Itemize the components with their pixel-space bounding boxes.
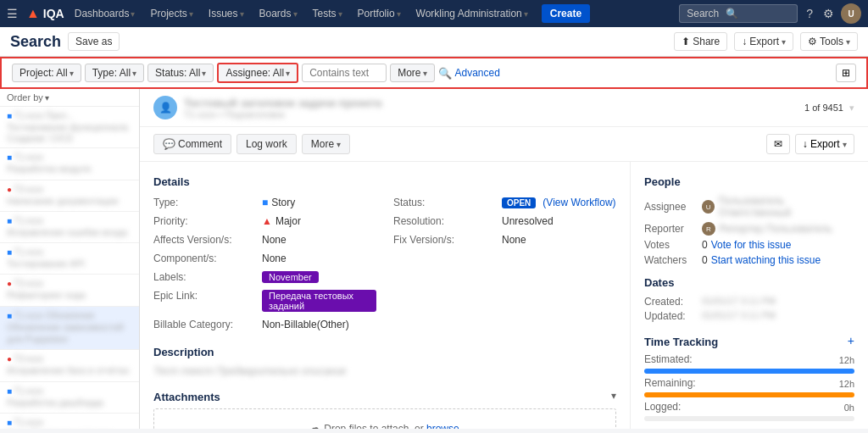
nav-boards[interactable]: Boards ▾: [254, 0, 303, 27]
created-row: Created: 01/01/17 3:11 PM: [644, 296, 854, 308]
issue-subtitle: T1-xxxx • Подзаголовок: [184, 109, 798, 119]
list-item[interactable]: ■ T1-xxxx Тестирование API: [0, 243, 139, 275]
order-by-bar[interactable]: Order by ▾: [0, 89, 139, 107]
list-item[interactable]: ■ T1-xxxx Разработка модуля: [0, 148, 139, 180]
drop-files-text: Drop files to attach, or: [324, 423, 423, 429]
watch-link[interactable]: Start watching this issue: [711, 254, 821, 266]
resolution-label: Resolution:: [393, 214, 495, 229]
people-section: People Assignee U Пользователь Ответстве…: [644, 175, 854, 266]
issue-title-block: Тестовый заголовок задачи проекта T1-xxx…: [184, 97, 798, 119]
list-item[interactable]: ■ T1-xxxx Исправление ошибки входа: [0, 212, 139, 243]
vote-link[interactable]: Vote for this issue: [711, 239, 792, 251]
list-item[interactable]: ● T3-xxxx Рефакторинг кода: [0, 275, 139, 306]
share-icon: ⬆: [682, 36, 690, 47]
affects-value: None: [262, 232, 376, 247]
nav-dashboards[interactable]: Dashboards ▾: [70, 0, 141, 27]
help-button[interactable]: ?: [803, 7, 816, 20]
save-as-button[interactable]: Save as: [68, 32, 120, 51]
browse-link[interactable]: browse.: [426, 423, 462, 429]
drop-zone[interactable]: ☁ Drop files to attach, or browse.: [153, 408, 616, 429]
reporter-value: R Репортер Пользователь: [702, 222, 832, 236]
nav-workling[interactable]: Workling Administration ▾: [411, 0, 533, 27]
user-avatar[interactable]: U: [841, 3, 861, 24]
remaining-progress-bar: [644, 392, 854, 397]
components-value: None: [262, 251, 376, 266]
count-arrow[interactable]: ▾: [849, 103, 854, 113]
view-toggle-button[interactable]: ⊞: [836, 64, 856, 82]
export-label: Export: [749, 36, 779, 47]
time-tracking-title: Time Tracking: [644, 336, 718, 348]
project-filter[interactable]: Project: All ▾: [12, 64, 81, 82]
status-filter[interactable]: Status: All ▾: [147, 64, 214, 82]
reporter-label: Reporter: [644, 223, 695, 235]
issue-summary: Разработка модуля: [7, 163, 132, 175]
list-item[interactable]: ● T3-xxxx Написание документации: [0, 180, 139, 212]
description-title: Description: [153, 346, 616, 358]
resolution-value: Unresolved: [502, 214, 616, 229]
more-button[interactable]: More ▾: [302, 134, 350, 154]
story-icon: ■: [7, 247, 12, 257]
more-filter[interactable]: More ▾: [390, 64, 434, 82]
log-work-label: Log work: [246, 138, 287, 150]
issue-count: 1 of 9451 ▾: [804, 103, 854, 114]
filter-search-icon[interactable]: 🔍: [438, 67, 452, 80]
export-button[interactable]: ↓ Export ▾: [734, 32, 793, 51]
contains-text-input[interactable]: [302, 64, 387, 82]
tools-button[interactable]: ⚙ Tools ▾: [800, 32, 858, 51]
issue-key: ■ T1-xxxx Прил...: [7, 111, 132, 120]
add-time-button[interactable]: +: [848, 334, 854, 347]
logged-label: Logged:: [644, 401, 681, 413]
view-workflow-link[interactable]: (View Workflow): [542, 197, 615, 208]
dates-title: Dates: [644, 276, 854, 289]
nav-issues[interactable]: Issues ▾: [203, 0, 249, 27]
detail-main: Details Type: ■ Story Priority:: [140, 162, 631, 429]
reporter-avatar: R: [702, 222, 715, 236]
more-chevron: ▾: [337, 140, 341, 149]
nav-tests[interactable]: Tests ▾: [308, 0, 348, 27]
settings-button[interactable]: ⚙: [820, 7, 837, 20]
type-filter[interactable]: Type: All ▾: [85, 64, 144, 82]
created-value: 01/01/17 3:11 PM: [702, 296, 776, 308]
updated-label: Updated:: [644, 310, 695, 322]
issue-summary: Обновление зависимостей для Puppeteer: [7, 321, 132, 346]
epic-badge[interactable]: Передача тестовых заданий: [262, 290, 376, 312]
attachments-toggle[interactable]: ▾: [611, 390, 616, 402]
cloud-upload-icon: ☁: [308, 420, 321, 429]
bug-icon: ●: [7, 185, 12, 194]
dates-section: Dates Created: 01/01/17 3:11 PM Updated:…: [644, 276, 854, 322]
order-by-label: Order by: [7, 92, 43, 103]
description-section: Description Тест текст Предварительно оп…: [153, 346, 616, 377]
create-button[interactable]: Create: [542, 4, 590, 23]
estimated-fill: [644, 369, 854, 374]
advanced-link[interactable]: Advanced: [455, 67, 500, 79]
export-icon: ↓: [742, 36, 747, 47]
list-item[interactable]: ■ T1-xxxx Прил... Тестирование функциона…: [0, 107, 139, 148]
nav-portfolio[interactable]: Portfolio ▾: [353, 0, 406, 27]
list-item[interactable]: ■ T1-xxxx Разработка дашборда: [0, 382, 139, 414]
fix-versions-label: Fix Version/s:: [393, 232, 495, 247]
project-filter-label: Project: All: [19, 67, 68, 79]
estimated-progress-bar: [644, 369, 854, 374]
list-item[interactable]: ■ T1-xxxx Тест: Проверка загрузки: [0, 414, 139, 429]
issue-key: ■ T1-xxxx Обновление: [7, 311, 132, 320]
issue-summary: Тестирование API: [7, 258, 132, 269]
november-badge: November: [262, 271, 319, 283]
assignee-avatar: U: [702, 200, 715, 214]
share-label: Share: [693, 36, 720, 47]
list-item[interactable]: ■ T1-xxxx Обновление Обновление зависимо…: [0, 307, 139, 351]
email-button[interactable]: ✉: [766, 134, 790, 154]
export-chevron: ▾: [843, 140, 847, 149]
list-item[interactable]: ● T3-xxxx Исправление бага в отчётах: [0, 350, 139, 381]
attachments-section: Attachments ▾ ☁ Drop files to attach, or…: [153, 387, 616, 429]
assignee-filter[interactable]: Assignee: All ▾: [217, 63, 298, 83]
share-button[interactable]: ⬆ Share: [674, 32, 727, 51]
reporter-row: Reporter R Репортер Пользователь: [644, 222, 854, 236]
labels-value: November: [262, 269, 376, 285]
nav-projects[interactable]: Projects ▾: [145, 0, 198, 27]
comment-button[interactable]: 💬 Comment: [153, 134, 231, 154]
hamburger-icon[interactable]: ☰: [7, 7, 18, 20]
story-icon: ■: [7, 311, 12, 320]
nav-search-box[interactable]: Search 🔍: [679, 4, 798, 23]
log-work-button[interactable]: Log work: [236, 134, 297, 154]
detail-export-button[interactable]: ↓ Export ▾: [795, 134, 854, 154]
